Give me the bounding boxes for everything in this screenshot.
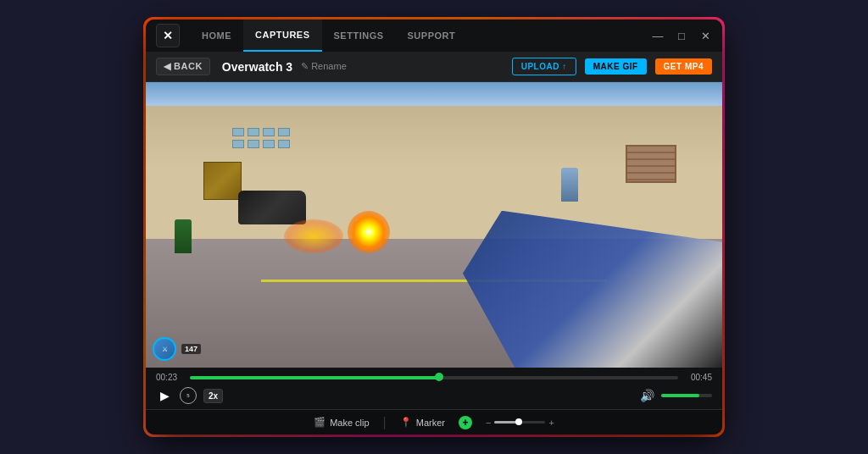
window-pane <box>232 140 244 148</box>
time-current: 00:23 <box>156 373 183 382</box>
add-clip-button[interactable]: + <box>459 416 472 429</box>
tree-element <box>175 219 192 253</box>
window-pane <box>278 140 290 148</box>
progress-track[interactable] <box>190 376 678 379</box>
make-clip-btn[interactable]: 🎬 Make clip <box>314 417 369 428</box>
app-outer-glow: ✕ HOME CAPTURES SETTINGS SUPPORT — □ ✕ ◀… <box>146 19 722 435</box>
window-pane <box>263 128 275 136</box>
window-pane <box>263 140 275 148</box>
replay-button[interactable]: 5 <box>180 387 197 404</box>
slider-plus-button[interactable]: + <box>548 418 554 428</box>
progress-bar-container: 00:23 00:45 <box>156 373 712 382</box>
window-pane <box>232 128 244 136</box>
video-container[interactable]: ⚔ 147 <box>146 82 722 368</box>
play-button[interactable]: ▶ <box>156 389 173 402</box>
window-pane <box>248 140 259 148</box>
game-explosion <box>348 211 390 253</box>
volume-icon[interactable]: 🔊 <box>640 389 654 402</box>
toolbar: ◀ BACK Overwatch 3 ✎ Rename UPLOAD ↑ MAK… <box>146 52 722 82</box>
volume-fill <box>661 394 699 397</box>
get-mp4-button[interactable]: GET MP4 <box>655 58 712 75</box>
speed-button[interactable]: 2x <box>203 389 223 403</box>
video-controls: 00:23 00:45 ▶ 5 2x 🔊 <box>146 368 722 409</box>
close-button[interactable]: ✕ <box>698 30 712 42</box>
nav-item-support[interactable]: SUPPORT <box>396 19 468 52</box>
minimize-button[interactable]: — <box>651 30 665 42</box>
bottom-bar: 🎬 Make clip | 📍 Marker + − + <box>146 409 722 435</box>
app-window: ✕ HOME CAPTURES SETTINGS SUPPORT — □ ✕ ◀… <box>146 19 722 435</box>
nav-items: HOME CAPTURES SETTINGS SUPPORT <box>190 19 651 52</box>
time-total: 00:45 <box>685 373 712 382</box>
building-windows <box>232 128 290 148</box>
controls-row: ▶ 5 2x 🔊 <box>156 387 712 404</box>
game-vehicle <box>238 191 306 224</box>
rename-button[interactable]: ✎ Rename <box>301 61 347 72</box>
slider-track[interactable] <box>494 421 545 424</box>
nav-item-settings[interactable]: SETTINGS <box>322 19 396 52</box>
logo-box[interactable]: ✕ <box>156 24 180 47</box>
logo-icon: ✕ <box>163 29 173 42</box>
make-clip-icon: 🎬 <box>314 417 326 428</box>
title-bar: ✕ HOME CAPTURES SETTINGS SUPPORT — □ ✕ <box>146 19 722 52</box>
window-pane <box>278 128 290 136</box>
progress-fill <box>190 376 439 379</box>
marker-slider: − + <box>486 418 554 428</box>
make-clip-label: Make clip <box>330 418 369 428</box>
window-pane <box>248 128 259 136</box>
maximize-button[interactable]: □ <box>675 30 688 42</box>
marker-icon: 📍 <box>400 417 412 428</box>
marker-btn[interactable]: 📍 Marker <box>400 417 445 428</box>
marker-label: Marker <box>416 418 445 428</box>
game-title: Overwatch 3 <box>222 60 292 74</box>
nav-item-home[interactable]: HOME <box>190 19 243 52</box>
game-hud: ⚔ 147 <box>153 337 201 361</box>
hud-avatar: ⚔ <box>153 337 176 361</box>
game-character <box>561 168 578 202</box>
volume-track[interactable] <box>661 394 712 397</box>
replay-label: 5 <box>186 393 189 398</box>
slider-minus-button[interactable]: − <box>486 418 491 428</box>
slider-thumb <box>515 418 522 425</box>
game-boxes <box>203 162 242 200</box>
nav-item-captures[interactable]: CAPTURES <box>243 19 322 52</box>
garage-door <box>626 145 676 183</box>
window-controls: — □ ✕ <box>651 30 712 42</box>
upload-button[interactable]: UPLOAD ↑ <box>512 58 576 75</box>
back-button[interactable]: ◀ BACK <box>156 58 210 75</box>
game-fire-ring <box>284 219 343 253</box>
progress-thumb <box>435 373 443 381</box>
bottom-divider: | <box>383 415 387 430</box>
make-gif-button[interactable]: MAKE GIF <box>585 58 647 75</box>
hud-number: 147 <box>181 344 201 354</box>
